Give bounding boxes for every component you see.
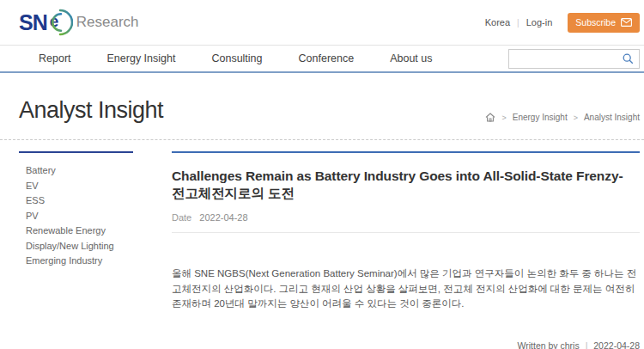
logo-research-text: Research — [76, 14, 139, 31]
home-icon[interactable] — [485, 113, 495, 122]
logo[interactable]: SNe Research — [19, 8, 139, 37]
date-label: Date — [172, 212, 191, 223]
sidebar-item-ess[interactable]: ESS — [26, 193, 133, 209]
sidebar-item-emerging-industry[interactable]: Emerging Industry — [26, 254, 133, 269]
breadcrumb: > Energy Insight > Analyst Insight — [485, 113, 640, 122]
article-title-en: Challenges Remain as Battery Industry Go… — [172, 168, 640, 185]
article-title-ko: 전고체전지로의 도전 — [172, 185, 640, 202]
page-title: Analyst Insight — [19, 95, 163, 125]
nav-item-about-us[interactable]: About us — [390, 52, 432, 64]
article-date-row: Date 2022-04-28 — [172, 212, 640, 223]
sidebar-item-renewable-energy[interactable]: Renewable Energy — [26, 223, 133, 239]
breadcrumb-separator: > — [574, 113, 578, 122]
sidebar: Battery EV ESS PV Renewable Energy Displ… — [19, 151, 133, 349]
date-value: 2022-04-28 — [199, 212, 247, 223]
sidebar-item-battery[interactable]: Battery — [26, 163, 133, 179]
logo-swoosh-icon — [44, 8, 73, 37]
login-link[interactable]: Log-in — [526, 17, 553, 28]
search-input[interactable] — [514, 53, 623, 64]
header: SNe Research Korea | Log-in Subscribe — [0, 0, 644, 45]
main-nav: Report Energy Insight Consulting Confere… — [0, 45, 644, 73]
nav-item-consulting[interactable]: Consulting — [211, 52, 262, 64]
subscribe-button[interactable]: Subscribe — [568, 13, 640, 33]
article-footer: Written by chris | 2022-04-28 — [172, 340, 640, 349]
main-area: Battery EV ESS PV Renewable Energy Displ… — [0, 140, 644, 349]
subscribe-label: Subscribe — [575, 17, 616, 28]
sne-logo: SNe — [19, 8, 73, 37]
sidebar-item-ev[interactable]: EV — [26, 179, 133, 194]
breadcrumb-separator: > — [501, 113, 506, 122]
article: Challenges Remain as Battery Industry Go… — [172, 151, 640, 349]
written-by-label: Written by — [518, 340, 558, 349]
footer-date: 2022-04-28 — [593, 340, 640, 349]
search-icon[interactable] — [623, 53, 634, 64]
nav-item-report[interactable]: Report — [39, 52, 71, 64]
breadcrumb-analyst-insight[interactable]: Analyst Insight — [584, 113, 640, 122]
footer-separator: | — [586, 340, 588, 349]
sidebar-item-display-new-lighting[interactable]: Display/New Lighting — [26, 239, 133, 254]
korea-link[interactable]: Korea — [485, 17, 510, 28]
mail-icon — [621, 18, 632, 27]
nav-item-conference[interactable]: Conference — [299, 52, 355, 64]
author-link[interactable]: chris — [561, 340, 580, 349]
header-link-separator: | — [517, 18, 519, 28]
breadcrumb-energy-insight[interactable]: Energy Insight — [513, 113, 568, 122]
page-heading-row: Analyst Insight > Energy Insight > Analy… — [0, 73, 644, 125]
nav-item-energy-insight[interactable]: Energy Insight — [107, 52, 176, 64]
article-divider — [172, 232, 640, 233]
header-links: Korea | Log-in Subscribe — [485, 13, 640, 33]
sidebar-item-pv[interactable]: PV — [26, 209, 133, 224]
article-title: Challenges Remain as Battery Industry Go… — [172, 168, 640, 201]
article-body: 올해 SNE NGBS(Next Generation Battery Semi… — [172, 266, 640, 312]
search-box — [508, 49, 640, 69]
